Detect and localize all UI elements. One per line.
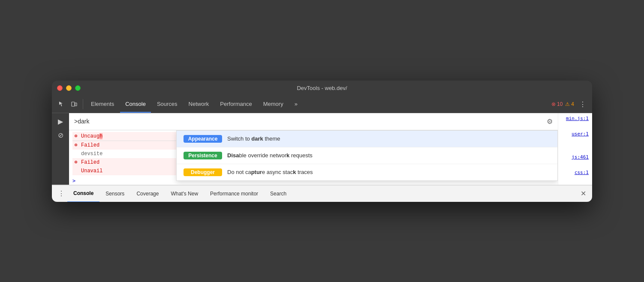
toolbar-divider-1	[83, 99, 83, 109]
autocomplete-dropdown: Appearance Switch to dark theme Persiste…	[176, 130, 558, 181]
maximize-button[interactable]	[75, 85, 81, 91]
command-input[interactable]	[74, 118, 553, 125]
autocomplete-text-persistence: Disable override network requests	[227, 152, 313, 159]
autocomplete-text-appearance: Switch to dark theme	[227, 135, 280, 142]
devtools-window: DevTools - web.dev/ Elements Console Sou…	[52, 81, 592, 202]
traffic-lights	[57, 85, 81, 91]
command-area: ▶ ⊘ ⚙ ⊗ Uncaugh ⊗	[52, 113, 592, 185]
toolbar-right: ⊗ 10 ⚠ 4 ⋮	[551, 99, 589, 110]
main-toolbar: Elements Console Sources Network Perform…	[52, 96, 592, 113]
main-panel: ⚙ ⊗ Uncaugh ⊗ Failed devsi	[69, 113, 558, 185]
bottom-tab-console[interactable]: Console	[67, 185, 99, 202]
tab-sources[interactable]: Sources	[152, 96, 183, 113]
play-icon[interactable]: ▶	[54, 116, 66, 128]
warning-count-badge: ⚠ 4	[565, 101, 574, 107]
settings-gear-button[interactable]: ⚙	[545, 116, 554, 127]
autocomplete-item-persistence[interactable]: Persistence Disable override network req…	[177, 147, 557, 164]
error-icon: ⊗	[551, 101, 556, 107]
content-with-sidebar: ▶ ⊘ ⚙ ⊗ Uncaugh ⊗	[52, 113, 592, 185]
line-ref-3[interactable]: js:461	[562, 153, 589, 161]
bottom-tab-performance-monitor[interactable]: Performance monitor	[204, 185, 264, 202]
device-toolbar-icon[interactable]	[68, 98, 80, 110]
bottom-more-button[interactable]: ⋮	[55, 188, 67, 199]
tab-network[interactable]: Network	[184, 96, 214, 113]
bottom-tab-coverage[interactable]: Coverage	[130, 185, 165, 202]
autocomplete-text-debugger: Do not capture async stack traces	[227, 169, 313, 175]
title-bar: DevTools - web.dev/	[52, 81, 592, 96]
line-ref-1[interactable]: min.js:1	[562, 115, 589, 123]
block-icon[interactable]: ⊘	[54, 129, 66, 141]
error-count: 10	[557, 101, 563, 107]
tab-performance[interactable]: Performance	[215, 96, 257, 113]
bottom-close-button[interactable]: ✕	[578, 188, 589, 199]
warning-icon: ⚠	[565, 101, 570, 107]
bottom-tab-bar: ⋮ Console Sensors Coverage What's New Pe…	[52, 185, 592, 202]
right-side-refs: min.js:1 user:1 js:461 css:1	[558, 113, 592, 185]
svg-rect-1	[75, 103, 77, 106]
line-ref-4[interactable]: css:1	[562, 169, 589, 177]
console-area: ⊗ Uncaugh ⊗ Failed devsite ⊗ Failed	[69, 130, 558, 185]
badge-persistence: Persistence	[184, 152, 222, 159]
badge-debugger: Debugger	[184, 168, 222, 176]
line-ref-2[interactable]: user:1	[562, 130, 589, 138]
minimize-button[interactable]	[66, 85, 72, 91]
tab-memory[interactable]: Memory	[258, 96, 289, 113]
bottom-tab-whats-new[interactable]: What's New	[165, 185, 204, 202]
error-count-badge: ⊗ 10	[551, 101, 563, 107]
command-input-row: ⚙	[69, 113, 558, 130]
autocomplete-item-debugger[interactable]: Debugger Do not capture async stack trac…	[177, 164, 557, 180]
badge-appearance: Appearance	[184, 135, 222, 143]
inspector-icon[interactable]	[55, 98, 67, 110]
error-icon-3: ⊗	[72, 159, 79, 166]
bottom-tab-search[interactable]: Search	[264, 185, 292, 202]
error-icon-1: ⊗	[72, 132, 79, 140]
warning-count: 4	[571, 101, 574, 107]
window-title: DevTools - web.dev/	[297, 85, 347, 91]
bottom-tab-sensors[interactable]: Sensors	[99, 185, 130, 202]
tab-elements[interactable]: Elements	[86, 96, 119, 113]
tab-more[interactable]: »	[289, 96, 303, 113]
tab-console[interactable]: Console	[120, 96, 151, 113]
more-options-button[interactable]: ⋮	[577, 99, 589, 110]
autocomplete-item-appearance[interactable]: Appearance Switch to dark theme	[177, 131, 557, 147]
error-icon-2: ⊗	[72, 141, 79, 149]
svg-rect-0	[72, 102, 75, 106]
close-button[interactable]	[57, 85, 63, 91]
side-icons: ▶ ⊘	[52, 113, 69, 185]
